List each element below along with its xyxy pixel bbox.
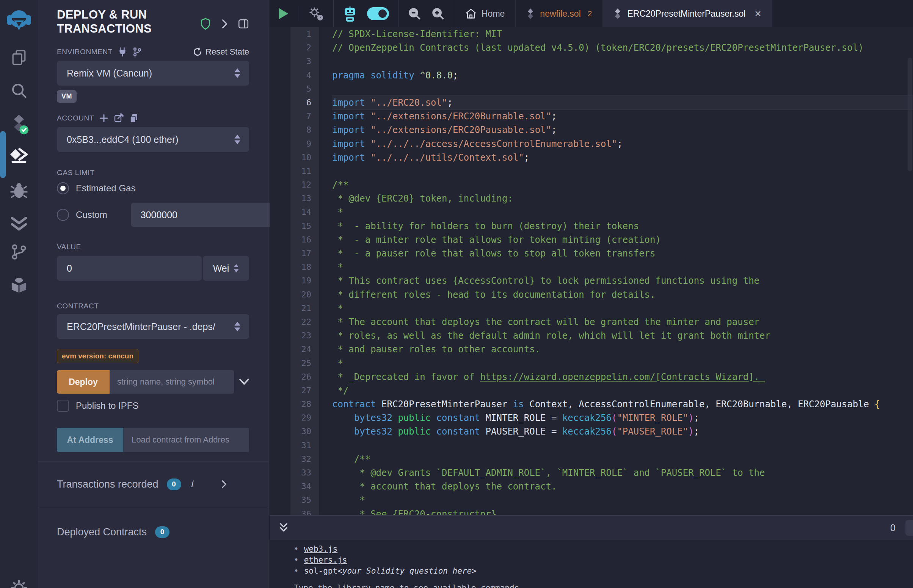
code-line[interactable]: 21 * bbox=[270, 302, 913, 315]
code-line[interactable]: 10import "../../../utils/Context.sol"; bbox=[270, 151, 913, 165]
value-unit-select[interactable]: Wei bbox=[203, 256, 249, 281]
line-number[interactable]: 13 bbox=[270, 192, 311, 205]
search-icon[interactable] bbox=[0, 82, 38, 99]
code-text[interactable]: * bbox=[332, 302, 913, 315]
code-text[interactable]: * bbox=[332, 493, 913, 507]
copy-account-icon[interactable] bbox=[129, 113, 139, 123]
expand-panel-icon[interactable] bbox=[221, 19, 228, 29]
line-number[interactable]: 26 bbox=[270, 370, 311, 384]
close-tab-icon[interactable]: × bbox=[754, 8, 761, 19]
remix-logo[interactable] bbox=[0, 7, 38, 32]
line-number[interactable]: 7 bbox=[270, 110, 311, 123]
shield-icon[interactable] bbox=[200, 18, 211, 30]
line-number[interactable]: 10 bbox=[270, 151, 311, 165]
code-text[interactable]: * - ability for holders to burn (destroy… bbox=[332, 220, 913, 233]
account-select[interactable]: 0x5B3...eddC4 (100 ether) bbox=[57, 127, 249, 152]
code-text[interactable]: import "../../../access/AccessControlEnu… bbox=[332, 137, 913, 151]
line-number[interactable]: 21 bbox=[270, 302, 311, 315]
code-line[interactable]: 4pragma solidity ^0.8.0; bbox=[270, 69, 913, 82]
code-text[interactable]: * @dev {ERC20} token, including: bbox=[332, 192, 913, 205]
code-text[interactable]: * and pauser roles to other accounts. bbox=[332, 342, 913, 356]
code-text[interactable]: import "../extensions/ERC20Burnable.sol"… bbox=[332, 110, 913, 123]
code-line[interactable]: 27 */ bbox=[270, 384, 913, 397]
code-text[interactable]: bytes32 public constant MINTER_ROLE = ke… bbox=[332, 411, 913, 425]
solidity-compiler-icon[interactable] bbox=[0, 114, 38, 135]
code-line[interactable]: 33 * @dev Grants `DEFAULT_ADMIN_ROLE`, `… bbox=[270, 466, 913, 480]
code-line[interactable]: 24 * and pauser roles to other accounts. bbox=[270, 342, 913, 356]
code-text[interactable]: bytes32 public constant PAUSER_ROLE = ke… bbox=[332, 425, 913, 438]
line-number[interactable]: 33 bbox=[270, 466, 311, 480]
line-number[interactable]: 30 bbox=[270, 425, 311, 438]
zoom-out-icon[interactable] bbox=[408, 7, 421, 21]
code-line[interactable]: 2// OpenZeppelin Contracts (last updated… bbox=[270, 41, 913, 55]
code-text[interactable]: * _Deprecated in favor of https://wizard… bbox=[332, 370, 913, 384]
code-line[interactable]: 5 bbox=[270, 82, 913, 96]
code-line[interactable]: 19 * This contract uses {AccessControl} … bbox=[270, 274, 913, 288]
code-line[interactable]: 28contract ERC20PresetMinterPauser is Co… bbox=[270, 397, 913, 411]
line-number[interactable]: 31 bbox=[270, 439, 311, 452]
custom-gas-radio[interactable] bbox=[57, 209, 69, 221]
code-text[interactable]: * different roles - head to its document… bbox=[332, 288, 913, 302]
code-text[interactable]: * bbox=[332, 205, 913, 219]
remix-ai-icon[interactable] bbox=[343, 6, 357, 22]
reset-state-button[interactable]: Reset State bbox=[193, 47, 249, 57]
code-line[interactable]: 3 bbox=[270, 55, 913, 68]
code-line[interactable]: 25 * bbox=[270, 357, 913, 370]
deploy-and-run-icon[interactable] bbox=[0, 148, 38, 165]
ethers-link[interactable]: ethers.js bbox=[304, 555, 347, 565]
code-line[interactable]: 22 * The account that deploys the contra… bbox=[270, 315, 913, 329]
value-input[interactable] bbox=[57, 256, 202, 281]
line-number[interactable]: 34 bbox=[270, 480, 311, 493]
code-text[interactable]: * The account that deploys the contract … bbox=[332, 315, 913, 329]
line-number[interactable]: 18 bbox=[270, 260, 311, 274]
contract-select[interactable]: ERC20PresetMinterPauser - .deps/ bbox=[57, 314, 249, 339]
code-line[interactable]: 16 * - a minter role that allows for tok… bbox=[270, 233, 913, 247]
transactions-recorded-row[interactable]: Transactions recorded 0 i bbox=[57, 462, 249, 507]
code-line[interactable]: 18 * bbox=[270, 260, 913, 274]
file-explorer-icon[interactable] bbox=[0, 48, 38, 66]
tab-erc20-preset[interactable]: ERC20PresetMinterPauser.sol × bbox=[603, 0, 772, 27]
code-line[interactable]: 34 * account that deploys the contract. bbox=[270, 480, 913, 493]
code-line[interactable]: 32 /** bbox=[270, 452, 913, 466]
code-line[interactable]: 17 * - a pauser role that allows to stop… bbox=[270, 247, 913, 260]
code-line[interactable]: 11 bbox=[270, 165, 913, 178]
line-number[interactable]: 6 bbox=[270, 96, 311, 110]
code-text[interactable]: */ bbox=[332, 384, 913, 397]
line-number[interactable]: 9 bbox=[270, 137, 311, 151]
code-text[interactable]: * - a pauser role that allows to stop al… bbox=[332, 247, 913, 260]
line-number[interactable]: 36 bbox=[270, 507, 311, 515]
ai-copilot-toggle[interactable] bbox=[367, 7, 389, 20]
line-number[interactable]: 17 bbox=[270, 247, 311, 260]
code-line[interactable]: 9import "../../../access/AccessControlEn… bbox=[270, 137, 913, 151]
zoom-in-icon[interactable] bbox=[431, 7, 445, 21]
collapse-terminal-icon[interactable] bbox=[279, 522, 288, 533]
code-text[interactable] bbox=[332, 439, 913, 452]
code-text[interactable]: /** bbox=[332, 178, 913, 192]
code-text[interactable]: import "../extensions/ERC20Pausable.sol"… bbox=[332, 123, 913, 137]
code-text[interactable]: * bbox=[332, 357, 913, 370]
line-number[interactable]: 12 bbox=[270, 178, 311, 192]
code-text[interactable]: * account that deploys the contract. bbox=[332, 480, 913, 493]
code-text[interactable]: pragma solidity ^0.8.0; bbox=[332, 69, 913, 82]
code-line[interactable]: 7import "../extensions/ERC20Burnable.sol… bbox=[270, 110, 913, 123]
code-line[interactable]: 15 * - ability for holders to burn (dest… bbox=[270, 220, 913, 233]
line-number[interactable]: 16 bbox=[270, 233, 311, 247]
deploy-button[interactable]: Deploy bbox=[57, 370, 110, 394]
at-address-button[interactable]: At Address bbox=[57, 428, 123, 452]
custom-gas-input[interactable] bbox=[131, 203, 273, 227]
expand-transactions-icon[interactable] bbox=[221, 480, 227, 489]
code-text[interactable] bbox=[332, 82, 913, 96]
publish-ipfs-checkbox[interactable] bbox=[57, 400, 69, 412]
code-line[interactable]: 30 bytes32 public constant PAUSER_ROLE =… bbox=[270, 425, 913, 438]
add-account-icon[interactable] bbox=[99, 114, 108, 123]
code-text[interactable]: * @dev Grants `DEFAULT_ADMIN_ROLE`, `MIN… bbox=[332, 466, 913, 480]
at-address-input[interactable] bbox=[123, 428, 249, 452]
editor-scrollbar[interactable] bbox=[908, 58, 912, 171]
line-number[interactable]: 23 bbox=[270, 329, 311, 342]
sign-message-icon[interactable] bbox=[114, 113, 124, 123]
git-icon[interactable] bbox=[0, 243, 38, 261]
line-number[interactable]: 27 bbox=[270, 384, 311, 397]
code-line[interactable]: 12/** bbox=[270, 178, 913, 192]
code-line[interactable]: 1// SPDX-License-Identifier: MIT bbox=[270, 27, 913, 41]
line-number[interactable]: 29 bbox=[270, 411, 311, 425]
